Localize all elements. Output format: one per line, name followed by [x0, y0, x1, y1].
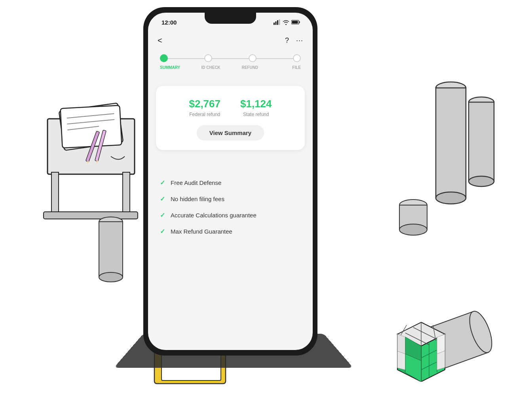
scene: 12:00: [0, 0, 532, 407]
svg-point-28: [469, 176, 494, 186]
svg-point-25: [436, 192, 466, 204]
step-file: [293, 54, 301, 62]
svg-rect-8: [51, 172, 59, 216]
more-button[interactable]: ···: [296, 36, 303, 45]
federal-value: $2,767: [189, 98, 220, 110]
step-idcheck: [204, 54, 212, 62]
features-list: ✓ Free Audit Defense ✓ No hidden filing …: [160, 179, 305, 244]
svg-rect-21: [99, 222, 123, 277]
feature-text-3: Max Refund Guarantee: [171, 228, 232, 235]
svg-rect-9: [123, 172, 130, 216]
progress-track: [160, 54, 301, 62]
cylinder-right-2: [467, 95, 496, 192]
feature-item-1: ✓ No hidden filing fees: [160, 195, 305, 203]
svg-point-31: [399, 224, 427, 235]
wifi-icon: [283, 20, 289, 25]
progress-line: [164, 58, 297, 59]
federal-refund: $2,767 Federal refund: [189, 98, 220, 117]
label-refund: REFUND: [238, 65, 262, 70]
svg-rect-12: [60, 105, 122, 148]
feature-item-2: ✓ Accurate Calculations guarantee: [160, 211, 305, 219]
feature-text-0: Free Audit Defense: [171, 179, 221, 186]
back-button[interactable]: <: [158, 36, 162, 45]
svg-rect-2: [277, 20, 278, 25]
state-value: $1,124: [240, 98, 272, 110]
refund-amounts: $2,767 Federal refund $1,124 State refun…: [165, 98, 295, 117]
desk-decoration: [40, 95, 150, 239]
status-icons: [274, 19, 303, 25]
progress-steps: SUMMARY ID CHECK REFUND FILE: [148, 54, 313, 70]
step-summary: [160, 54, 168, 62]
battery-icon: [291, 20, 300, 25]
feature-text-2: Accurate Calculations guarantee: [171, 212, 256, 219]
check-icon-3: ✓: [160, 228, 165, 235]
cylinder-left: [97, 214, 125, 287]
cylinder-right-3: [397, 198, 429, 239]
phone-frame: 12:00: [143, 7, 317, 356]
check-icon-2: ✓: [160, 211, 165, 219]
label-summary: SUMMARY: [160, 65, 184, 70]
notch: [205, 13, 256, 24]
nav-bar: < ? ···: [148, 32, 313, 49]
cube-decoration: [390, 318, 453, 383]
status-time: 12:00: [158, 19, 177, 26]
svg-rect-5: [292, 21, 298, 24]
feature-item-3: ✓ Max Refund Guarantee: [160, 228, 305, 235]
check-icon-1: ✓: [160, 195, 165, 203]
help-button[interactable]: ?: [285, 36, 289, 45]
svg-rect-3: [279, 19, 280, 25]
state-label: State refund: [240, 112, 272, 117]
svg-rect-0: [274, 23, 275, 25]
view-summary-button[interactable]: View Summary: [197, 125, 264, 141]
step-refund: [249, 54, 256, 62]
label-file: FILE: [277, 65, 301, 70]
phone-screen: 12:00: [148, 13, 313, 350]
svg-rect-1: [276, 21, 277, 25]
progress-labels: SUMMARY ID CHECK REFUND FILE: [160, 65, 301, 70]
feature-text-1: No hidden filing fees: [171, 196, 224, 202]
svg-rect-24: [436, 88, 466, 198]
state-refund: $1,124 State refund: [240, 98, 272, 117]
nav-right-actions: ? ···: [285, 36, 303, 45]
cylinder-right-1: [433, 79, 469, 207]
label-idcheck: ID CHECK: [199, 65, 223, 70]
svg-rect-6: [299, 21, 300, 23]
check-icon-0: ✓: [160, 179, 165, 186]
federal-label: Federal refund: [189, 112, 220, 117]
svg-rect-27: [469, 102, 494, 181]
feature-item-0: ✓ Free Audit Defense: [160, 179, 305, 186]
svg-point-22: [99, 272, 123, 282]
signal-icon: [274, 19, 281, 25]
refund-card: $2,767 Federal refund $1,124 State refun…: [156, 86, 305, 150]
